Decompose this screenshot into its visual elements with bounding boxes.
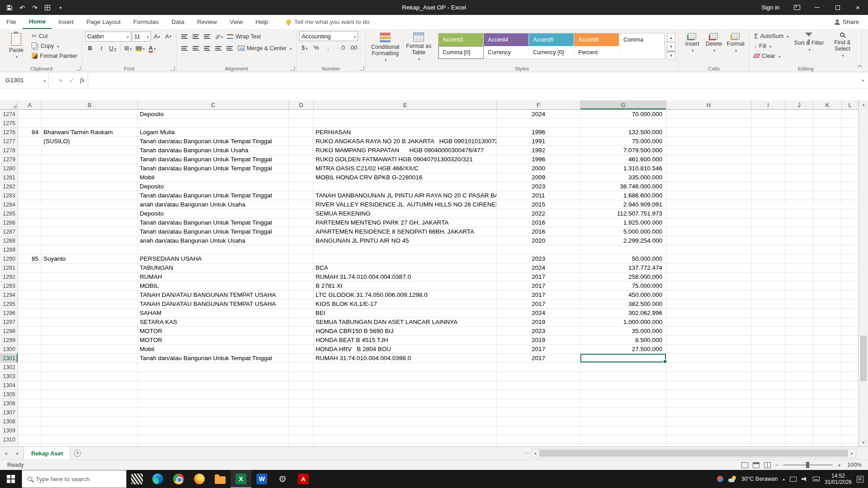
cell-B1303[interactable] (42, 372, 138, 381)
cell-L1279[interactable] (842, 155, 859, 164)
cell-B1276[interactable]: Bharwani Tarmin Raskam (42, 128, 138, 137)
font-name-dropdown-icon[interactable] (126, 33, 128, 40)
increase-indent-button[interactable] (225, 43, 235, 53)
cell-H1275[interactable] (666, 119, 751, 128)
cell-A1299[interactable] (18, 336, 42, 345)
ribbon-tab-help[interactable]: Help (249, 15, 274, 29)
cell-F1305[interactable] (497, 390, 580, 399)
cell-C1306[interactable] (138, 399, 289, 408)
row-header-1275[interactable]: 1275 (0, 119, 18, 128)
cell-C1301[interactable]: Tanah dan/atau Bangunan Untuk Tempat Tin… (138, 354, 289, 363)
cell-D1291[interactable] (289, 263, 314, 272)
taskbar-firefox-button[interactable] (189, 470, 210, 488)
paste-button[interactable]: Paste (4, 31, 29, 60)
cell-E1284[interactable]: RIVER VALLEY RESIDENCE JL. AUTUMN HILLS … (314, 200, 497, 209)
cell-F1293[interactable]: 2017 (497, 282, 580, 291)
grow-font-button[interactable]: A▴ (152, 31, 162, 42)
cell-L1302[interactable] (842, 363, 859, 372)
copy-button[interactable]: Copy (30, 41, 79, 51)
cell-J1298[interactable] (785, 327, 813, 336)
middle-align-button[interactable] (191, 31, 201, 42)
cell-J1288[interactable] (785, 236, 813, 245)
fill-dropdown-icon[interactable] (769, 43, 771, 49)
cell-L1275[interactable] (842, 119, 859, 128)
cell-C1310[interactable] (138, 435, 289, 444)
cell-F1303[interactable] (497, 372, 580, 381)
cell-A1293[interactable] (18, 282, 42, 291)
cell-K1285[interactable] (813, 209, 842, 218)
cell-K1287[interactable] (813, 227, 842, 236)
cell-J1306[interactable] (785, 399, 813, 408)
cell-K1299[interactable] (813, 336, 842, 345)
font-name-combo[interactable]: Calibri (85, 32, 131, 42)
cell-H1281[interactable] (666, 173, 751, 182)
cell-K1302[interactable] (813, 363, 842, 372)
cell-L1296[interactable] (842, 309, 859, 318)
tell-me-box[interactable]: Tell me what you want to do (286, 15, 370, 29)
cell-K1281[interactable] (813, 173, 842, 182)
cell-L1285[interactable] (842, 209, 859, 218)
row-header-1291[interactable]: 1291 (0, 263, 18, 272)
cell-F1298[interactable]: 2023 (497, 327, 580, 336)
cell-D1277[interactable] (289, 137, 314, 146)
cell-B1311[interactable] (42, 444, 138, 446)
wrap-text-button[interactable]: Wrap Text (225, 32, 263, 41)
cell-J1279[interactable] (785, 155, 813, 164)
column-header-i[interactable]: I (751, 100, 785, 110)
cell-F1306[interactable] (497, 399, 580, 408)
cell-A1311[interactable] (18, 444, 42, 446)
cell-A1306[interactable] (18, 399, 42, 408)
cell-E1289[interactable] (314, 245, 497, 254)
cell-E1299[interactable]: HONDA BEAT B 4515 TJH (314, 336, 497, 345)
tray-volume-icon[interactable] (802, 476, 808, 482)
row-header-1305[interactable]: 1305 (0, 390, 18, 399)
taskbar-excel-button[interactable]: X (231, 470, 251, 488)
shrink-font-button[interactable]: A▾ (163, 31, 174, 42)
sheet-nav-left-icon[interactable]: ◂ (0, 447, 12, 460)
cell-E1301[interactable]: RUMAH 31.74.010.004.004.0398.0 (314, 354, 497, 363)
row-header-1284[interactable]: 1284 (0, 200, 18, 209)
column-header-g[interactable]: G (580, 100, 666, 110)
cell-E1277[interactable]: RUKO ANGKASA RAYA NO 20 B JAKARTA HGB 09… (314, 137, 497, 146)
cell-C1283[interactable]: Tanah dan/atau Bangunan Untuk Tempat Tin… (138, 191, 289, 200)
insert-function-button[interactable]: fx (77, 72, 88, 88)
cell-L1295[interactable] (842, 300, 859, 309)
cell-D1306[interactable] (289, 399, 314, 408)
cell-G1299[interactable]: 8.500.000 (580, 336, 666, 345)
cell-E1282[interactable] (314, 182, 497, 191)
cell-A1286[interactable] (18, 218, 42, 227)
cell-K1284[interactable] (813, 200, 842, 209)
cell-J1286[interactable] (785, 218, 813, 227)
cell-D1296[interactable] (289, 309, 314, 318)
cell-A1303[interactable] (18, 372, 42, 381)
cell-style-comma[interactable]: Comma (619, 33, 665, 46)
ribbon-tab-file[interactable]: File (0, 15, 23, 29)
cell-G1296[interactable]: 302.062.996 (580, 309, 666, 318)
cell-G1305[interactable] (580, 390, 666, 399)
cell-J1302[interactable] (785, 363, 813, 372)
alignment-dialog-launcher-icon[interactable] (290, 66, 295, 70)
sort-filter-button[interactable]: Sort & Filter (792, 31, 826, 52)
cell-A1277[interactable] (18, 137, 42, 146)
cell-G1303[interactable] (580, 372, 666, 381)
normal-view-icon[interactable] (741, 462, 748, 468)
cell-C1305[interactable] (138, 390, 289, 399)
cell-F1299[interactable]: 2019 (497, 336, 580, 345)
cell-H1307[interactable] (666, 408, 751, 417)
cell-E1297[interactable]: SEMUA TABUNGAN DAN ASET LANCAR LAINNYA (314, 318, 497, 327)
cell-C1277[interactable]: Tanah dan/atau Bangunan Untuk Tempat Tin… (138, 137, 289, 146)
cell-G1279[interactable]: 461.600.000 (580, 155, 666, 164)
cell-D1309[interactable] (289, 426, 314, 435)
cell-G1274[interactable]: 70.000.000 (580, 110, 666, 119)
cell-H1294[interactable] (666, 291, 751, 300)
cell-F1292[interactable]: 2017 (497, 272, 580, 282)
cell-A1281[interactable] (18, 173, 42, 182)
cell-G1302[interactable] (580, 363, 666, 372)
maximize-icon[interactable] (827, 0, 848, 15)
cell-H1284[interactable] (666, 200, 751, 209)
format-cells-button[interactable]: Format (725, 31, 746, 53)
cell-B1294[interactable] (42, 291, 138, 300)
cell-H1308[interactable] (666, 417, 751, 426)
cell-G1278[interactable]: 7.079.500.000 (580, 146, 666, 155)
cell-H1295[interactable] (666, 300, 751, 309)
